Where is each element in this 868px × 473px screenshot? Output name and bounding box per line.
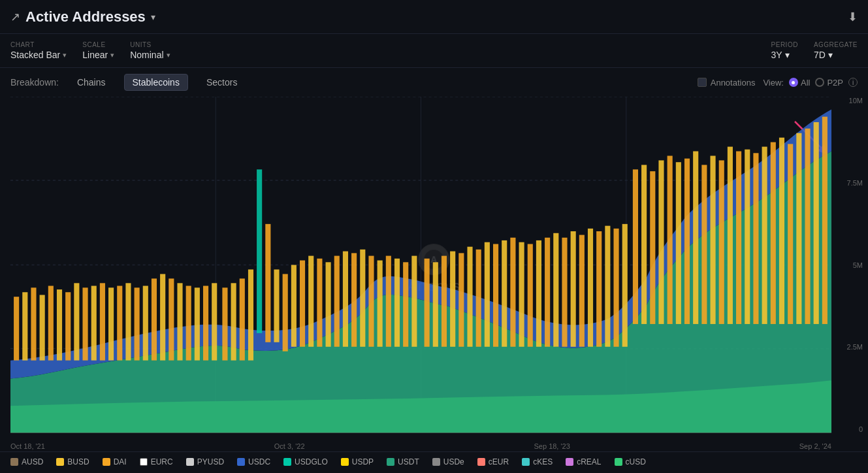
chart-type-select[interactable]: Stacked Bar ▾ bbox=[10, 50, 67, 60]
period-group: PERIOD 3Y ▾ bbox=[771, 41, 798, 60]
svg-rect-53 bbox=[368, 256, 374, 347]
chart-icon: ↗ bbox=[10, 10, 20, 24]
legend-item-usdt: USDT bbox=[387, 457, 419, 466]
p2p-info-icon[interactable]: i bbox=[848, 78, 858, 87]
scale-select[interactable]: Linear ▾ bbox=[82, 50, 114, 60]
breakdown-label: Breakdown: bbox=[10, 77, 59, 88]
scale-value: Linear bbox=[82, 50, 108, 60]
svg-rect-49 bbox=[334, 256, 340, 347]
legend-color-usdt bbox=[387, 458, 394, 466]
legend-color-ausd bbox=[10, 458, 18, 466]
svg-rect-95 bbox=[736, 152, 741, 324]
svg-rect-30 bbox=[169, 278, 174, 360]
legend-label-usdc: USDC bbox=[248, 457, 270, 466]
annotations-checkbox[interactable]: Annotations bbox=[698, 78, 756, 88]
svg-rect-34 bbox=[203, 286, 208, 361]
svg-rect-89 bbox=[684, 159, 690, 324]
y-label-10m: 10M bbox=[847, 97, 863, 105]
svg-rect-32 bbox=[186, 286, 191, 361]
svg-rect-26 bbox=[135, 287, 140, 360]
legend-item-pyusd: PYUSD bbox=[186, 457, 224, 466]
legend-item-cusd: cUSD bbox=[615, 457, 646, 466]
aggregate-label: AGGREGATE bbox=[814, 41, 858, 48]
svg-rect-23 bbox=[108, 287, 114, 360]
legend-color-ckes bbox=[522, 458, 530, 466]
legend-label-cusd: cUSD bbox=[626, 457, 646, 466]
svg-rect-67 bbox=[493, 244, 498, 346]
svg-rect-86 bbox=[658, 160, 664, 324]
svg-rect-90 bbox=[693, 152, 698, 324]
legend-item-usdp: USDP bbox=[341, 457, 374, 466]
legend-label-ceur: cEUR bbox=[489, 457, 509, 466]
legend-item-usde: USDe bbox=[432, 457, 464, 466]
svg-rect-22 bbox=[100, 283, 105, 360]
svg-rect-38 bbox=[240, 278, 245, 360]
svg-rect-60 bbox=[433, 262, 438, 346]
svg-rect-33 bbox=[195, 287, 200, 360]
legend: AUSD BUSD DAI EURC PYUSD USDC USDGLO US bbox=[0, 451, 868, 473]
svg-rect-41 bbox=[265, 224, 270, 342]
legend-item-dai: DAI bbox=[103, 457, 127, 466]
svg-rect-94 bbox=[728, 147, 733, 324]
svg-rect-40 bbox=[257, 169, 262, 333]
legend-color-usdglo bbox=[283, 458, 291, 466]
svg-rect-35 bbox=[212, 283, 217, 360]
svg-rect-76 bbox=[571, 231, 576, 347]
aggregate-select[interactable]: 7D ▾ bbox=[814, 50, 833, 60]
legend-label-creal: cREAL bbox=[577, 457, 601, 466]
title-chevron-icon[interactable]: ▾ bbox=[151, 12, 155, 22]
breakdown-bar: Breakdown: Chains Stablecoins Sectors An… bbox=[0, 68, 868, 97]
view-p2p-radio[interactable]: P2P bbox=[815, 78, 843, 88]
chart-type-value: Stacked Bar bbox=[10, 50, 60, 60]
view-all-radio[interactable]: All bbox=[789, 78, 810, 88]
legend-color-usde bbox=[432, 458, 440, 466]
view-area: View: All P2P i bbox=[763, 78, 858, 88]
svg-rect-15 bbox=[40, 295, 45, 360]
period-select[interactable]: 3Y ▾ bbox=[771, 50, 790, 60]
legend-label-usde: USDe bbox=[443, 457, 464, 466]
legend-label-usdp: USDP bbox=[352, 457, 374, 466]
svg-rect-66 bbox=[485, 242, 490, 347]
y-axis: 10M 7.5M 5M 2.5M 0 bbox=[847, 97, 863, 433]
page-title: Active Addresses bbox=[25, 8, 146, 25]
view-all-label: All bbox=[801, 78, 810, 88]
units-select[interactable]: Nominal ▾ bbox=[130, 50, 170, 60]
svg-rect-78 bbox=[588, 229, 593, 347]
svg-rect-87 bbox=[667, 155, 673, 324]
breakdown-chains-button[interactable]: Chains bbox=[69, 74, 114, 90]
download-button[interactable]: ⬇ bbox=[848, 10, 858, 24]
view-label: View: bbox=[763, 78, 784, 88]
svg-rect-45 bbox=[300, 261, 305, 347]
y-label-5m: 5M bbox=[847, 261, 863, 269]
legend-color-usdp bbox=[341, 458, 349, 466]
x-label-sep23: Sep 18, '23 bbox=[534, 442, 570, 450]
svg-rect-27 bbox=[143, 286, 148, 361]
legend-item-eurc: EURC bbox=[140, 457, 173, 466]
svg-rect-21 bbox=[91, 286, 97, 361]
svg-rect-46 bbox=[308, 256, 313, 347]
svg-rect-65 bbox=[476, 250, 481, 347]
svg-rect-12 bbox=[14, 297, 19, 360]
legend-item-ceur: cEUR bbox=[477, 457, 509, 466]
svg-rect-92 bbox=[710, 155, 715, 324]
breakdown-sectors-button[interactable]: Sectors bbox=[199, 74, 245, 90]
chart-area: 10M 7.5M 5M 2.5M 0 A bbox=[0, 97, 868, 451]
svg-rect-80 bbox=[605, 226, 610, 347]
units-chevron-icon: ▾ bbox=[167, 51, 170, 59]
svg-rect-39 bbox=[248, 269, 253, 360]
view-all-radio-circle bbox=[789, 78, 798, 87]
legend-color-dai bbox=[103, 458, 110, 466]
view-p2p-radio-circle bbox=[815, 78, 824, 87]
svg-rect-98 bbox=[762, 147, 767, 324]
svg-rect-85 bbox=[650, 171, 655, 324]
legend-color-eurc bbox=[140, 458, 148, 466]
breakdown-stablecoins-button[interactable]: Stablecoins bbox=[124, 74, 188, 91]
header: ↗ Active Addresses ▾ ⬇ bbox=[0, 0, 868, 34]
legend-label-busd: BUSD bbox=[67, 457, 89, 466]
x-label-sep24: Sep 2, '24 bbox=[799, 442, 831, 450]
annotations-checkbox-box bbox=[698, 78, 707, 87]
legend-item-usdc: USDC bbox=[237, 457, 270, 466]
svg-rect-96 bbox=[745, 150, 750, 324]
units-group: UNITS Nominal ▾ bbox=[130, 41, 170, 60]
legend-color-creal bbox=[566, 458, 573, 466]
